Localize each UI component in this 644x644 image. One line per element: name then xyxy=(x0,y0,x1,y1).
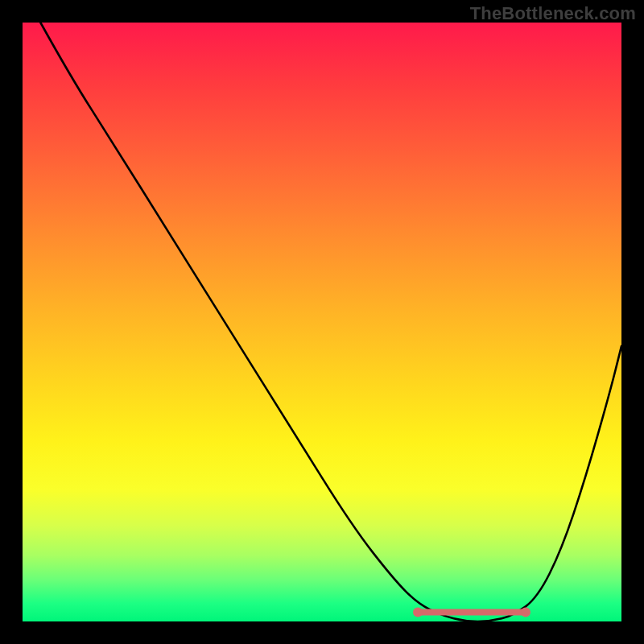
chart-frame: TheBottleneck.com xyxy=(0,0,644,644)
watermark-text: TheBottleneck.com xyxy=(470,3,636,24)
bottleneck-curve xyxy=(40,23,621,621)
flat-region-start-dot xyxy=(413,608,423,617)
flat-region-end-dot xyxy=(521,608,530,617)
plot-area xyxy=(23,23,621,621)
curve-layer xyxy=(23,23,621,621)
